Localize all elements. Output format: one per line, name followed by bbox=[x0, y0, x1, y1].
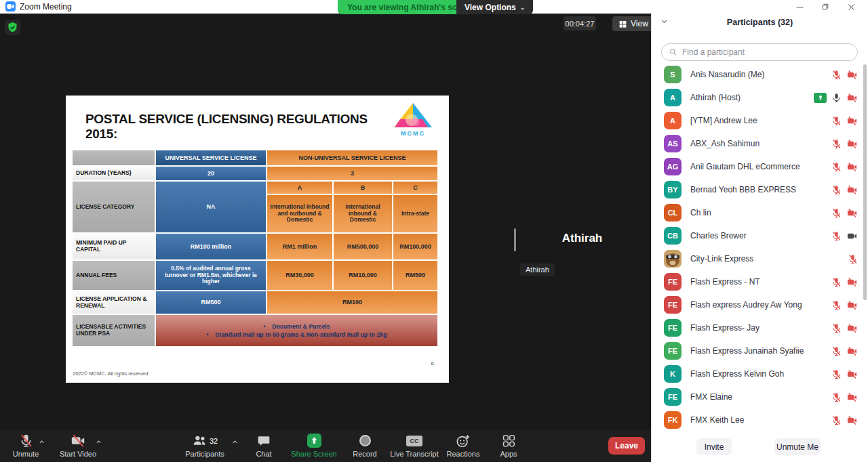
apps-button[interactable]: Apps bbox=[485, 434, 532, 458]
chat-button[interactable]: Chat bbox=[240, 434, 288, 458]
reactions-button[interactable]: Reactions bbox=[439, 434, 487, 458]
participant-row[interactable]: AS ABX_Ash Sahimun bbox=[652, 132, 868, 155]
mic-muted-icon bbox=[831, 346, 842, 356]
avatar: FE bbox=[664, 273, 682, 291]
meeting-timer: 00:04:27 bbox=[564, 16, 596, 30]
participant-name: [YTM] Andrew Lee bbox=[690, 116, 831, 125]
participant-row[interactable]: FE Flash express Audrey Aw Yong bbox=[652, 293, 868, 316]
camera-off-icon bbox=[846, 415, 858, 425]
record-button[interactable]: Record bbox=[341, 434, 389, 458]
live-transcript-button[interactable]: CC Live Transcript bbox=[384, 434, 445, 458]
view-label: View bbox=[631, 19, 648, 28]
avatar: FE bbox=[664, 388, 682, 406]
col-header-universal: UNIVERSAL SERVICE LICENSE bbox=[156, 150, 266, 165]
view-options-label: View Options bbox=[465, 3, 516, 12]
mic-muted-icon bbox=[831, 116, 842, 126]
participant-row[interactable]: A Athirah (Host) bbox=[652, 86, 868, 109]
minimize-button[interactable] bbox=[787, 0, 812, 14]
share-screen-button[interactable]: Share Screen bbox=[288, 434, 340, 458]
slide-title: POSTAL SERVICE (LICENSING) REGULATIONS 2… bbox=[85, 112, 397, 142]
panel-footer: Invite Unmute Me bbox=[652, 432, 868, 462]
min-capital-universal: RM100 million bbox=[156, 234, 266, 259]
participant-row[interactable]: CL Ch lin bbox=[652, 201, 868, 224]
annual-fees-universal: 0.5% of audited annual gross turnover or… bbox=[156, 261, 266, 290]
mic-muted-icon bbox=[831, 185, 842, 195]
video-options-chevron[interactable] bbox=[95, 438, 102, 446]
camera-off-icon bbox=[846, 300, 858, 310]
sub-header-b: B bbox=[334, 182, 392, 194]
participant-row[interactable]: CB Charles Brewer bbox=[652, 224, 868, 247]
participants-panel-title: Participants (32) bbox=[652, 18, 868, 27]
participant-list-scrollbar[interactable] bbox=[863, 64, 867, 300]
camera-off-icon bbox=[846, 185, 858, 195]
participant-name: ABX_Ash Sahimun bbox=[690, 139, 831, 148]
view-options-button[interactable]: View Options ⌄ bbox=[456, 0, 533, 14]
shared-screen-stage: 00:04:27 View POSTAL SERVICE (LICENSING)… bbox=[0, 14, 651, 462]
participant-row[interactable]: A [YTM] Andrew Lee bbox=[652, 109, 868, 132]
start-video-button[interactable]: Start Video bbox=[54, 434, 102, 458]
avatar: FE bbox=[664, 319, 682, 337]
participant-row[interactable]: City-Link Express bbox=[652, 247, 868, 270]
share-screen-icon bbox=[307, 434, 321, 448]
zoom-logo-icon bbox=[5, 1, 16, 12]
maximize-button[interactable] bbox=[812, 0, 838, 14]
category-universal: NA bbox=[156, 182, 266, 232]
category-c: Intra-state bbox=[393, 195, 437, 232]
participant-row[interactable]: K Flash Express Kelvin Goh bbox=[652, 362, 868, 385]
unmute-me-button[interactable]: Unmute Me bbox=[774, 438, 821, 455]
participant-list: S Anis Nasarudin (Me) A Athirah (Host) A… bbox=[652, 63, 868, 432]
camera-off-icon bbox=[846, 346, 858, 356]
camera-off-icon bbox=[846, 277, 858, 287]
participant-row[interactable]: S Anis Nasarudin (Me) bbox=[652, 63, 868, 86]
app-title: Zoom Meeting bbox=[5, 1, 72, 12]
leave-button[interactable]: Leave bbox=[608, 437, 645, 455]
participants-panel: Participants (32) S Anis Nasarudin (Me) … bbox=[651, 0, 868, 462]
row-label-category: LICENSE CATEGORY bbox=[73, 182, 155, 232]
row-label-duration: DURATION (YEARS) bbox=[73, 167, 155, 180]
search-icon bbox=[669, 47, 678, 57]
participant-row[interactable]: FK FMX Keith Lee bbox=[652, 408, 868, 432]
mic-muted-icon bbox=[831, 277, 842, 287]
camera-off-icon bbox=[71, 434, 85, 448]
table-corner-cell bbox=[73, 150, 155, 165]
security-shield-icon[interactable] bbox=[5, 20, 20, 35]
view-layout-button[interactable]: View bbox=[612, 16, 654, 31]
application-non-universal: RM100 bbox=[267, 291, 437, 314]
participant-name: Athirah (Host) bbox=[690, 93, 814, 102]
participant-name: Flash express Audrey Aw Yong bbox=[690, 300, 831, 310]
presenter-name-tag: Athirah bbox=[520, 264, 555, 276]
avatar: FK bbox=[664, 411, 682, 429]
invite-button[interactable]: Invite bbox=[696, 438, 732, 455]
unmute-button[interactable]: Unmute bbox=[2, 434, 50, 458]
mcmc-logo: MCMC bbox=[393, 102, 433, 141]
participant-row[interactable]: FE Flash Express - NT bbox=[652, 270, 868, 293]
license-table: UNIVERSAL SERVICE LICENSE NON-UNIVERSAL … bbox=[73, 150, 437, 346]
participant-name: Charles Brewer bbox=[690, 231, 831, 240]
camera-off-icon bbox=[846, 70, 858, 80]
avatar: CB bbox=[664, 227, 682, 245]
participant-search[interactable] bbox=[661, 43, 858, 61]
participant-row[interactable]: FE Flash Express Junainah Syafiie bbox=[652, 339, 868, 362]
licensable-bullet-1: Document & Parcels bbox=[263, 323, 330, 330]
search-input[interactable] bbox=[682, 47, 850, 57]
participant-row[interactable]: FE Flash Express- Jay bbox=[652, 316, 868, 339]
mic-muted-icon bbox=[831, 208, 842, 218]
participant-name: Flash Express- Jay bbox=[690, 323, 831, 333]
reactions-icon bbox=[456, 434, 471, 448]
participants-button[interactable]: 32 Participants bbox=[178, 434, 231, 458]
participants-options-chevron[interactable] bbox=[231, 438, 239, 446]
participant-row[interactable]: FE FMX Elaine bbox=[652, 385, 868, 408]
chat-icon bbox=[257, 434, 271, 448]
avatar: A bbox=[664, 112, 682, 129]
application-universal: RM500 bbox=[156, 291, 266, 314]
licensable-bullet-2: Standard mail up to 50 grams & Non-stand… bbox=[206, 331, 387, 338]
annual-fees-b: RM10,000 bbox=[334, 261, 392, 290]
row-label-min-capital: MINIMUM PAID UP CAPITAL bbox=[73, 234, 155, 259]
avatar: FE bbox=[664, 296, 682, 314]
unmute-options-chevron[interactable] bbox=[38, 438, 45, 446]
apps-label: Apps bbox=[500, 450, 517, 458]
participant-row[interactable]: BY Bernad Yeoh BBB EXPRESS bbox=[652, 178, 868, 201]
participant-row[interactable]: AG Anil Gautam DHL eCommerce bbox=[652, 155, 868, 178]
slide-footer: 2022© MCMC. All rights reserved bbox=[73, 371, 148, 377]
close-button[interactable] bbox=[838, 0, 864, 14]
